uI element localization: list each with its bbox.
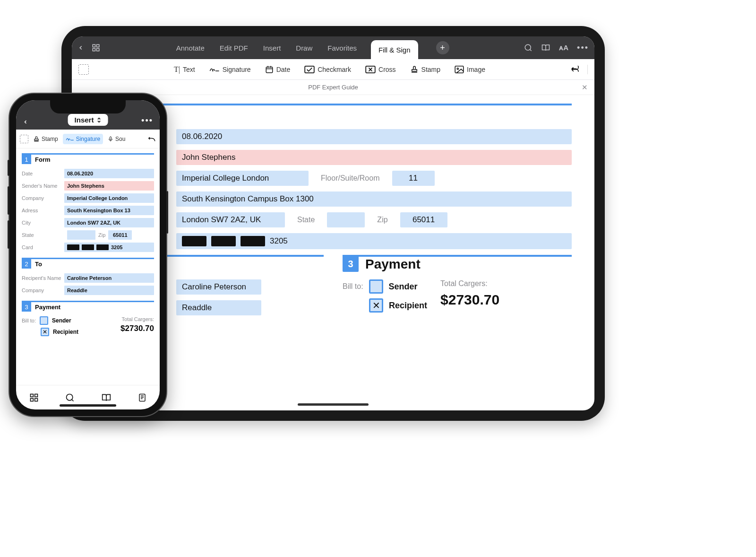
field-to-company[interactable]: Readdle xyxy=(176,300,261,315)
field-floor[interactable]: 11 xyxy=(392,171,435,186)
checkmark-icon xyxy=(304,66,315,73)
chevron-updown-icon xyxy=(96,117,101,123)
book-icon[interactable] xyxy=(101,393,112,402)
tab-annotate[interactable]: Annotate xyxy=(175,36,206,59)
option-recipient: Recipient xyxy=(389,301,427,311)
tool-text[interactable]: T| Text xyxy=(170,64,199,75)
selection-tool-icon[interactable] xyxy=(20,135,28,143)
tool-image[interactable]: Image xyxy=(451,65,489,74)
option-sender: Sender xyxy=(389,282,418,292)
label-date: Date xyxy=(22,171,64,176)
tab-insert[interactable]: Insert xyxy=(262,36,282,59)
field-company[interactable]: Imperial College London xyxy=(176,171,309,186)
tab-draw[interactable]: Draw xyxy=(295,36,313,59)
tab-edit-pdf[interactable]: Edit PDF xyxy=(219,36,249,59)
label-company: Company xyxy=(22,195,64,201)
label-sender: Sender's Name xyxy=(22,183,64,189)
svg-rect-2 xyxy=(93,49,95,51)
grid-icon[interactable] xyxy=(92,44,100,52)
field-zip[interactable]: 65011 xyxy=(108,230,132,240)
section-title-payment: Payment xyxy=(365,257,421,272)
checkbox-recipient[interactable]: ✕ xyxy=(41,328,49,336)
tool-text-label: Text xyxy=(183,66,195,73)
svg-rect-16 xyxy=(110,137,112,139)
card-mask-block xyxy=(211,236,236,246)
field-city[interactable]: London SW7 2AZ, UK xyxy=(64,218,154,227)
checkbox-sender[interactable] xyxy=(40,316,48,325)
label-address: Adress xyxy=(22,208,64,213)
close-icon[interactable]: ✕ xyxy=(582,83,588,92)
field-date[interactable]: 08.06.2020 xyxy=(64,169,154,178)
option-sender: Sender xyxy=(52,317,71,324)
undo-icon[interactable] xyxy=(570,66,580,73)
field-card[interactable]: 3205 xyxy=(176,233,572,249)
svg-rect-17 xyxy=(31,394,34,397)
label-floor: Floor/Suite/Room xyxy=(317,174,384,183)
back-icon[interactable] xyxy=(23,118,28,126)
more-icon[interactable]: ••• xyxy=(577,43,589,53)
tool-checkmark[interactable]: Checkmark xyxy=(301,65,355,74)
search-icon[interactable] xyxy=(65,393,75,402)
field-address[interactable]: South Kensington Box 13 xyxy=(64,206,154,215)
tool-stamp[interactable]: Stamp xyxy=(30,134,61,144)
text-size-icon[interactable]: ᴀA xyxy=(559,44,568,52)
document-title: PDF Expert Guide xyxy=(308,84,358,91)
label-total-chargers: Total Cargers: xyxy=(440,279,499,288)
tool-date[interactable]: Date xyxy=(261,64,294,75)
tool-stamp[interactable]: Stamp xyxy=(406,64,444,75)
tool-signature[interactable]: Signature xyxy=(206,65,255,74)
text-icon: T| xyxy=(174,65,180,74)
calendar-icon xyxy=(265,65,274,74)
field-city[interactable]: London SW7 2AZ, UK xyxy=(176,212,285,227)
field-to-company[interactable]: Readdle xyxy=(64,286,154,295)
label-to-company: Company xyxy=(22,287,64,293)
document-title-bar: PDF Expert Guide ✕ xyxy=(72,80,594,95)
field-state[interactable] xyxy=(67,230,95,240)
field-company[interactable]: Imperial College London xyxy=(64,193,154,203)
field-recipient[interactable]: Caroline Peterson xyxy=(176,279,261,295)
section-number-3: 3 xyxy=(22,302,31,312)
more-icon[interactable]: ••• xyxy=(141,116,153,126)
add-tab-button[interactable]: + xyxy=(436,41,449,54)
label-state: State xyxy=(22,232,64,238)
iphone-document-body: 1 Form Date08.06.2020 Sender's NameJohn … xyxy=(16,148,160,385)
label-zip: Zip xyxy=(98,232,105,238)
tool-stamp-label: Stamp xyxy=(421,66,440,73)
tool-sound[interactable]: Sou xyxy=(105,134,128,144)
section-title-to: To xyxy=(35,261,42,268)
svg-rect-19 xyxy=(31,398,34,401)
selection-tool-icon[interactable] xyxy=(78,64,89,75)
tool-signature-label: Signature xyxy=(223,66,251,73)
field-sender[interactable]: John Stephens xyxy=(64,181,154,191)
card-last4: 3205 xyxy=(111,244,122,250)
signature-icon xyxy=(209,66,220,73)
search-icon[interactable] xyxy=(524,44,533,52)
field-state[interactable] xyxy=(327,212,365,227)
field-zip[interactable]: 65011 xyxy=(400,212,447,227)
iphone-side-button xyxy=(8,160,9,176)
document-icon[interactable] xyxy=(138,393,146,402)
divider xyxy=(587,65,588,74)
mode-selector[interactable]: Insert xyxy=(68,114,108,126)
tool-cross[interactable]: Cross xyxy=(361,65,400,74)
book-icon[interactable] xyxy=(541,44,550,52)
iphone-home-indicator xyxy=(60,404,116,407)
tab-favorites[interactable]: Favorites xyxy=(326,36,358,59)
back-icon[interactable] xyxy=(77,44,84,51)
grid-icon[interactable] xyxy=(29,393,39,402)
tool-signature[interactable]: Singature xyxy=(63,134,103,144)
ipad-home-indicator xyxy=(298,403,369,406)
undo-icon[interactable] xyxy=(147,136,156,142)
field-sender[interactable]: John Stephens xyxy=(176,150,572,165)
section-payment: 3 Payment Bill to: Sender ✕ xyxy=(343,255,572,321)
checkbox-sender[interactable] xyxy=(369,279,383,294)
label-billto: Bill to: xyxy=(22,318,36,323)
tab-fill-sign[interactable]: Fill & Sign xyxy=(371,40,418,59)
field-card[interactable]: 3205 xyxy=(64,243,154,252)
field-address[interactable]: South Kensington Campus Box 1300 xyxy=(176,191,572,207)
section-payment-header: 3 Payment xyxy=(22,301,154,312)
field-recipient[interactable]: Caroline Peterson xyxy=(64,273,154,283)
option-recipient: Recipient xyxy=(53,329,78,335)
checkbox-recipient[interactable]: ✕ xyxy=(369,298,383,313)
field-date[interactable]: 08.06.2020 xyxy=(176,129,572,144)
